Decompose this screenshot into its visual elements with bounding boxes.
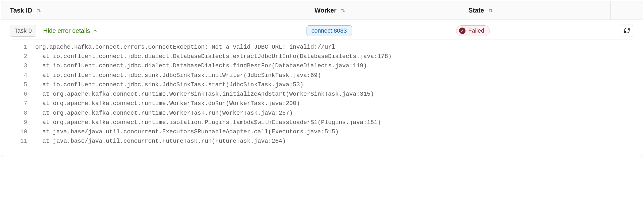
stack-trace-line: 3 at io.confluent.connect.jdbc.dialect.D… bbox=[10, 61, 634, 71]
stack-trace-line: 11 at java.base/java.util.concurrent.Fut… bbox=[10, 137, 634, 149]
line-number: 3 bbox=[10, 61, 31, 71]
sort-icon bbox=[340, 8, 346, 13]
line-number: 8 bbox=[10, 109, 31, 118]
line-content: org.apache.kafka.connect.errors.ConnectE… bbox=[31, 40, 634, 52]
stack-trace-line: 10 at java.base/java.util.concurrent.Exe… bbox=[10, 127, 634, 137]
line-content: at io.confluent.connect.jdbc.dialect.Dat… bbox=[31, 61, 634, 71]
line-number: 1 bbox=[10, 40, 31, 52]
column-header-state[interactable]: State bbox=[460, 1, 611, 20]
stack-trace-line: 7 at org.apache.kafka.connect.runtime.Wo… bbox=[10, 99, 634, 108]
line-number: 9 bbox=[10, 118, 31, 127]
line-content: at org.apache.kafka.connect.runtime.isol… bbox=[31, 118, 634, 127]
line-content: at java.base/java.util.concurrent.Execut… bbox=[31, 127, 634, 137]
cell-state: Failed bbox=[456, 25, 603, 36]
line-number: 11 bbox=[10, 137, 31, 149]
stack-trace-line: 6 at org.apache.kafka.connect.runtime.Wo… bbox=[10, 90, 634, 99]
cell-actions bbox=[603, 25, 634, 37]
sort-icon bbox=[36, 8, 41, 13]
line-number: 6 bbox=[10, 90, 31, 99]
line-number: 10 bbox=[10, 127, 31, 137]
column-header-task-id[interactable]: Task ID bbox=[1, 1, 306, 20]
stack-trace-line: 9 at org.apache.kafka.connect.runtime.is… bbox=[10, 118, 634, 127]
line-number: 2 bbox=[10, 52, 31, 61]
line-number: 4 bbox=[10, 71, 31, 80]
line-content: at io.confluent.connect.jdbc.dialect.Dat… bbox=[31, 52, 634, 61]
table-row: Task-0 Hide error details connect:8083 F… bbox=[1, 20, 643, 40]
sort-icon bbox=[488, 8, 493, 13]
worker-chip[interactable]: connect:8083 bbox=[307, 25, 352, 36]
line-number: 7 bbox=[10, 99, 31, 108]
column-header-actions bbox=[611, 1, 643, 20]
line-content: at org.apache.kafka.connect.runtime.Work… bbox=[31, 109, 634, 118]
chevron-up-icon bbox=[93, 28, 98, 33]
status-text: Failed bbox=[468, 27, 484, 34]
cell-worker: connect:8083 bbox=[307, 25, 456, 36]
line-content: at io.confluent.connect.jdbc.sink.JdbcSi… bbox=[31, 71, 634, 80]
refresh-button[interactable] bbox=[621, 25, 633, 37]
stack-trace-line: 8 at org.apache.kafka.connect.runtime.Wo… bbox=[10, 109, 634, 118]
table-header-row: Task ID Worker State bbox=[1, 1, 643, 20]
line-content: at io.confluent.connect.jdbc.sink.JdbcSi… bbox=[31, 80, 634, 90]
error-circle-icon bbox=[459, 28, 465, 34]
toggle-error-details[interactable]: Hide error details bbox=[43, 27, 98, 34]
column-header-label: State bbox=[468, 7, 484, 14]
line-number: 5 bbox=[10, 80, 31, 90]
stack-trace-line: 4 at io.confluent.connect.jdbc.sink.Jdbc… bbox=[10, 71, 634, 80]
toggle-label: Hide error details bbox=[43, 27, 90, 34]
cell-task-id: Task-0 Hide error details bbox=[10, 25, 307, 37]
stack-trace: 1org.apache.kafka.connect.errors.Connect… bbox=[10, 40, 634, 149]
stack-trace-line: 1org.apache.kafka.connect.errors.Connect… bbox=[10, 40, 634, 52]
stack-trace-line: 5 at io.confluent.connect.jdbc.sink.Jdbc… bbox=[10, 80, 634, 90]
line-content: at org.apache.kafka.connect.runtime.Work… bbox=[31, 99, 634, 108]
tasks-table: Task ID Worker State Task-0 Hide error d… bbox=[1, 1, 643, 157]
column-header-label: Task ID bbox=[10, 7, 32, 14]
status-badge: Failed bbox=[456, 25, 490, 36]
column-header-label: Worker bbox=[315, 7, 336, 14]
refresh-icon bbox=[624, 27, 630, 34]
stack-trace-line: 2 at io.confluent.connect.jdbc.dialect.D… bbox=[10, 52, 634, 61]
column-header-worker[interactable]: Worker bbox=[306, 1, 460, 20]
line-content: at java.base/java.util.concurrent.Future… bbox=[31, 137, 634, 149]
task-id-chip: Task-0 bbox=[10, 25, 36, 37]
error-details: 1org.apache.kafka.connect.errors.Connect… bbox=[1, 40, 643, 157]
line-content: at org.apache.kafka.connect.runtime.Work… bbox=[31, 90, 634, 99]
